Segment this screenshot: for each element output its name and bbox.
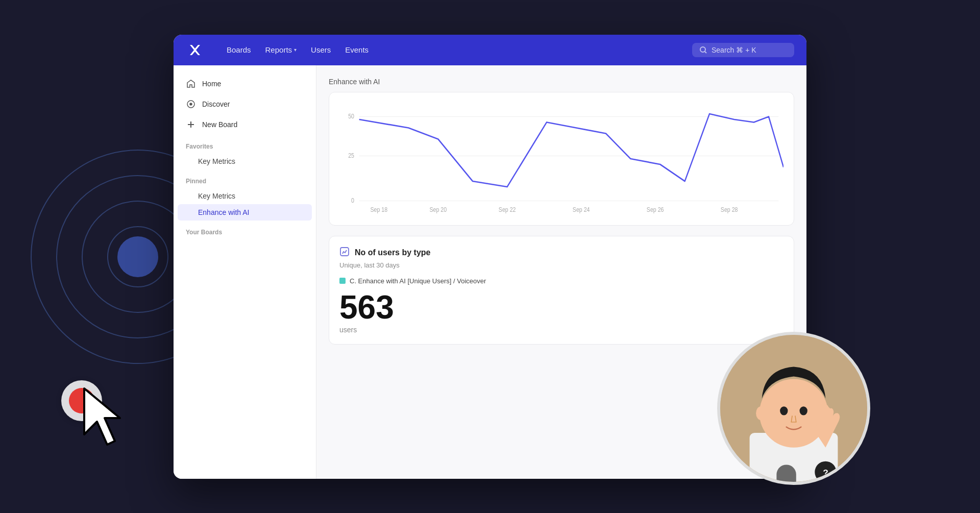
plus-icon bbox=[186, 119, 196, 130]
svg-point-0 bbox=[700, 47, 705, 52]
metric-value: 563 bbox=[339, 291, 783, 324]
svg-point-20 bbox=[780, 406, 788, 415]
search-icon bbox=[699, 46, 707, 54]
svg-text:Sep 20: Sep 20 bbox=[430, 206, 447, 213]
nav-item-boards[interactable]: Boards bbox=[220, 42, 257, 57]
sidebar-sub-key-metrics-2[interactable]: Key Metrics bbox=[174, 188, 316, 204]
svg-text:Sep 18: Sep 18 bbox=[371, 206, 388, 213]
main-area: Home Discover New Board bbox=[174, 65, 806, 479]
chart-square-icon bbox=[339, 247, 350, 259]
line-chart-area: 50 25 0 Sep 18 Sep 20 Sep 22 Sep 2 bbox=[339, 103, 783, 215]
photo-circle: ? bbox=[717, 332, 870, 485]
sidebar-sub-key-metrics-1[interactable]: Key Metrics bbox=[174, 153, 316, 169]
compass-icon bbox=[186, 99, 196, 109]
metric-card-header: No of users by type bbox=[339, 247, 783, 259]
sidebar-section-your-boards: Your Boards bbox=[174, 221, 316, 239]
svg-text:Sep 28: Sep 28 bbox=[721, 206, 738, 213]
svg-text:25: 25 bbox=[348, 152, 354, 159]
metric-legend: C. Enhance with AI [Unique Users] / Voic… bbox=[339, 277, 783, 285]
metric-card-title: No of users by type bbox=[355, 248, 430, 257]
svg-text:Sep 26: Sep 26 bbox=[647, 206, 664, 213]
home-icon bbox=[186, 79, 196, 89]
sidebar-item-discover[interactable]: Discover bbox=[174, 94, 316, 114]
main-window: Boards Reports ▾ Users Events Search ⌘ +… bbox=[174, 35, 806, 479]
sidebar-item-new-board[interactable]: New Board bbox=[174, 114, 316, 135]
record-indicator bbox=[61, 380, 102, 421]
svg-text:Sep 22: Sep 22 bbox=[499, 206, 516, 213]
person-avatar-svg: ? bbox=[720, 332, 867, 485]
navbar: Boards Reports ▾ Users Events Search ⌘ +… bbox=[174, 35, 806, 65]
svg-point-21 bbox=[800, 406, 807, 415]
nav-item-events[interactable]: Events bbox=[339, 42, 375, 57]
svg-point-22 bbox=[756, 406, 766, 420]
sidebar-section-pinned: Pinned bbox=[174, 169, 316, 188]
chart-section-title: Enhance with AI bbox=[329, 78, 794, 86]
line-chart-svg: 50 25 0 Sep 18 Sep 20 Sep 22 Sep 2 bbox=[339, 103, 783, 215]
sidebar-section-favorites: Favorites bbox=[174, 135, 316, 153]
search-bar[interactable]: Search ⌘ + K bbox=[692, 43, 794, 57]
metric-card: No of users by type Unique, last 30 days… bbox=[329, 236, 794, 345]
metric-card-subtitle: Unique, last 30 days bbox=[339, 261, 783, 269]
svg-point-2 bbox=[190, 103, 192, 105]
nav-item-users[interactable]: Users bbox=[305, 42, 337, 57]
svg-rect-26 bbox=[776, 465, 796, 485]
line-chart-container: 50 25 0 Sep 18 Sep 20 Sep 22 Sep 2 bbox=[329, 92, 794, 226]
nav-menu: Boards Reports ▾ Users Events bbox=[220, 42, 676, 57]
record-dot bbox=[69, 388, 94, 413]
svg-text:?: ? bbox=[823, 468, 828, 478]
nav-item-reports[interactable]: Reports ▾ bbox=[259, 42, 303, 57]
chevron-down-icon: ▾ bbox=[294, 47, 297, 53]
app-logo[interactable] bbox=[186, 41, 204, 59]
sidebar-item-home[interactable]: Home bbox=[174, 74, 316, 94]
legend-dot bbox=[339, 278, 346, 284]
search-placeholder: Search ⌘ + K bbox=[712, 46, 756, 54]
sidebar: Home Discover New Board bbox=[174, 65, 316, 479]
person-photo-overlay: ? bbox=[717, 332, 870, 485]
svg-text:50: 50 bbox=[348, 113, 354, 119]
svg-text:0: 0 bbox=[351, 197, 354, 204]
svg-text:Sep 24: Sep 24 bbox=[573, 206, 590, 213]
sidebar-sub-enhance-ai[interactable]: Enhance with AI bbox=[178, 204, 312, 221]
svg-rect-15 bbox=[340, 248, 349, 256]
